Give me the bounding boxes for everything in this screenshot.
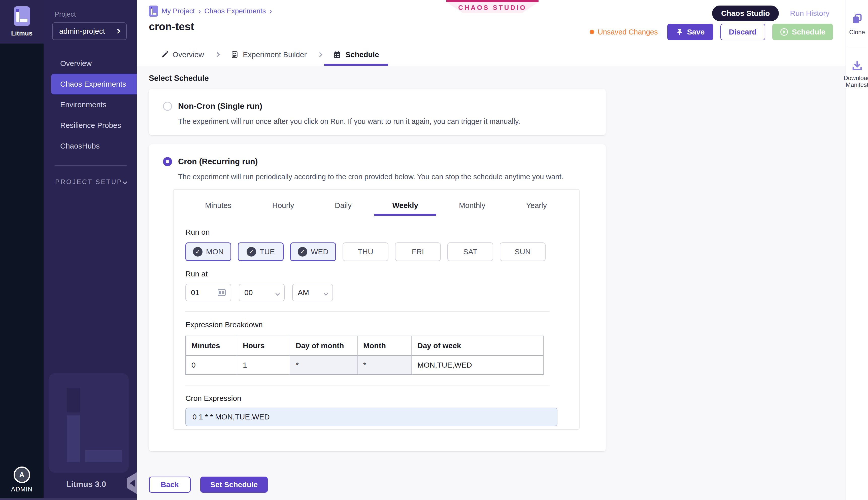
cron-radio[interactable]: [163, 157, 172, 166]
cron-frequency-tabs: Minutes Hourly Daily Weekly Monthly Year…: [185, 200, 566, 219]
sidebar-watermark: [49, 373, 129, 473]
cron-expression-value[interactable]: [192, 413, 550, 421]
chaos-studio-tab[interactable]: Chaos Studio: [712, 5, 779, 21]
play-circle-icon: [780, 28, 788, 36]
cron-tab-minutes[interactable]: Minutes: [205, 200, 232, 219]
cron-expression-field[interactable]: [185, 408, 557, 426]
cron-description: The experiment will run periodically acc…: [178, 173, 606, 181]
divider: [185, 385, 550, 385]
time-picker-icon: [218, 289, 226, 296]
col-header-minutes: Minutes: [186, 336, 237, 356]
minute-select[interactable]: 00: [239, 284, 285, 302]
day-selector: ✓ MON ✓ TUE ✓ WED THU FRI SAT SUN: [185, 242, 566, 261]
discard-button[interactable]: Discard: [720, 24, 765, 40]
unsaved-dot-icon: [590, 30, 594, 34]
minute-value: 00: [244, 288, 253, 297]
cron-tab-yearly[interactable]: Yearly: [526, 200, 547, 219]
sidebar-item-chaos-experiments[interactable]: Chaos Experiments: [51, 74, 137, 94]
sidebar-collapse-handle[interactable]: [127, 472, 137, 494]
download-manifest-action[interactable]: Download Manifest: [844, 60, 868, 88]
pin-icon: [676, 28, 683, 36]
chevron-down-icon: [122, 180, 127, 184]
day-button-thu[interactable]: THU: [342, 242, 388, 261]
breadcrumb-my-project[interactable]: My Project: [161, 7, 195, 15]
back-button[interactable]: Back: [149, 477, 191, 493]
day-button-mon[interactable]: ✓ MON: [185, 242, 231, 261]
avatar[interactable]: A: [14, 466, 30, 483]
cell-hours: 1: [237, 356, 290, 374]
check-icon: ✓: [193, 247, 203, 257]
non-cron-radio[interactable]: [163, 102, 172, 111]
litmus-logo[interactable]: Litmus: [0, 0, 44, 44]
app-version: Litmus 3.0: [66, 480, 106, 489]
sidebar-item-environments[interactable]: Environments: [44, 94, 137, 115]
check-icon: ✓: [247, 247, 256, 257]
run-on-label: Run on: [185, 228, 566, 236]
cron-title: Cron (Recurring run): [178, 157, 258, 166]
hour-input[interactable]: [185, 284, 231, 302]
day-button-fri[interactable]: FRI: [395, 242, 441, 261]
unsaved-changes-status: Unsaved Changes: [590, 28, 658, 36]
cron-tab-monthly[interactable]: Monthly: [459, 200, 485, 219]
sidebar: Project admin-project Overview Chaos Exp…: [44, 0, 137, 500]
project-setup-toggle[interactable]: PROJECT SETUP: [55, 178, 127, 186]
project-selector[interactable]: admin-project: [52, 22, 127, 40]
run-at-label: Run at: [185, 270, 566, 278]
chevron-down-icon: [325, 288, 327, 297]
clone-action[interactable]: Clone: [849, 13, 865, 36]
tab-experiment-builder[interactable]: Experiment Builder: [222, 43, 316, 66]
breadcrumb-separator: ›: [270, 7, 272, 15]
sidebar-item-overview[interactable]: Overview: [44, 53, 137, 74]
chaos-studio-ribbon: CHAOS STUDIO: [446, 0, 539, 13]
tab-schedule[interactable]: Schedule: [324, 43, 388, 66]
ribbon-label: CHAOS STUDIO: [458, 4, 527, 12]
builder-icon: [231, 50, 239, 59]
cron-expression-label: Cron Expression: [185, 394, 566, 402]
chevron-right-icon: [215, 52, 220, 57]
calendar-icon: [333, 50, 341, 59]
day-button-sat[interactable]: SAT: [447, 242, 493, 261]
sidebar-item-resilience-probes[interactable]: Resilience Probes: [44, 115, 137, 136]
litmus-mini-icon: [149, 5, 158, 16]
sidebar-item-chaoshubs[interactable]: ChaosHubs: [44, 136, 137, 156]
day-button-sun[interactable]: SUN: [500, 242, 545, 261]
unsaved-label: Unsaved Changes: [598, 28, 658, 36]
expression-breakdown-heading: Expression Breakdown: [185, 320, 566, 329]
cron-option-card: Cron (Recurring run) The experiment will…: [149, 144, 606, 452]
col-header-hours: Hours: [237, 336, 290, 356]
meridiem-value: AM: [298, 288, 309, 297]
divider: [185, 311, 550, 312]
breadcrumb-chaos-experiments[interactable]: Chaos Experiments: [204, 7, 266, 15]
tab-overview[interactable]: Overview: [152, 43, 213, 66]
run-history-tab[interactable]: Run History: [790, 9, 830, 18]
day-button-wed[interactable]: ✓ WED: [290, 242, 336, 261]
cron-tab-daily[interactable]: Daily: [335, 200, 352, 219]
breadcrumb-separator: ›: [198, 7, 201, 15]
save-button[interactable]: Save: [667, 24, 713, 40]
cell-day-of-month: *: [290, 356, 358, 374]
cron-tab-hourly[interactable]: Hourly: [272, 200, 294, 219]
set-schedule-button[interactable]: Set Schedule: [200, 477, 268, 493]
chevron-right-icon: [115, 29, 121, 34]
clone-icon: [852, 13, 863, 25]
expression-breakdown-table: Minutes Hours Day of month Month Day of …: [185, 336, 543, 375]
chevron-right-icon: [318, 52, 323, 57]
litmus-logo-label: Litmus: [11, 30, 33, 37]
hour-value[interactable]: [191, 288, 214, 297]
select-schedule-heading: Select Schedule: [149, 74, 846, 83]
pencil-icon: [161, 51, 169, 58]
check-icon: ✓: [298, 247, 307, 257]
cron-config-panel: Minutes Hourly Daily Weekly Monthly Year…: [173, 189, 579, 430]
cron-tab-weekly[interactable]: Weekly: [392, 200, 418, 219]
project-name: admin-project: [59, 27, 105, 35]
cell-month: *: [358, 356, 412, 374]
rail-divider: [848, 47, 867, 47]
schedule-button-disabled[interactable]: Schedule: [772, 24, 833, 40]
day-button-tue[interactable]: ✓ TUE: [238, 242, 284, 261]
meridiem-select[interactable]: AM: [292, 284, 333, 302]
non-cron-option-card: Non-Cron (Single run) The experiment wil…: [149, 89, 606, 135]
cell-day-of-week: MON,TUE,WED: [412, 356, 543, 374]
collapse-arrow-icon: [130, 480, 135, 487]
col-header-day-of-month: Day of month: [290, 336, 358, 356]
page-header: My Project › Chaos Experiments › cron-te…: [137, 0, 846, 43]
